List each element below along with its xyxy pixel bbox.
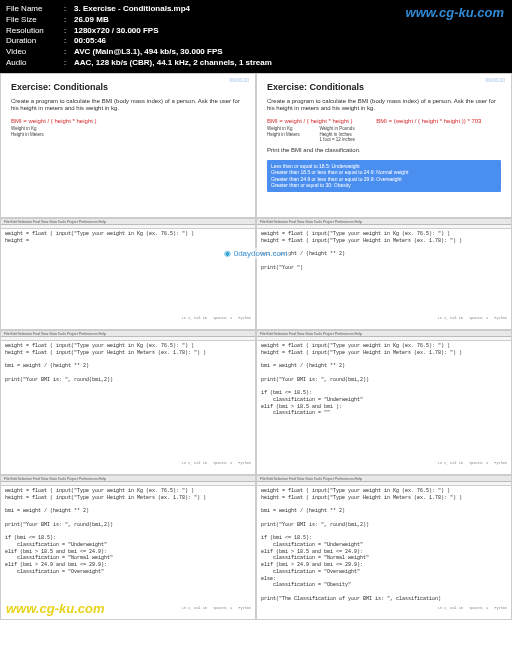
label-filename: File Name <box>6 4 64 15</box>
code-editor[interactable]: weight = float ( input("Type your weight… <box>257 486 511 611</box>
status-bar: Ln 2, Col 10 Spaces: 4 Python <box>438 606 507 611</box>
code-editor[interactable]: weight = float ( input("Type your weight… <box>1 229 255 321</box>
status-bar: Ln 2, Col 10 Spaces: 4 Python <box>182 316 251 321</box>
label-video: Video <box>6 47 64 58</box>
thumbnail-grid: 06/06/20 Exercise: Conditionals Create a… <box>0 73 512 620</box>
slide-body-2: Print the BMI and the classification. <box>267 147 501 155</box>
label-resolution: Resolution <box>6 26 64 37</box>
value-audio: AAC, 128 kb/s (CBR), 44.1 kHz, 2 channel… <box>74 58 506 69</box>
status-bar: Ln 2, Col 10 Spaces: 4 Python <box>438 316 507 321</box>
code-editor[interactable]: weight = float ( input("Type your weight… <box>1 341 255 466</box>
slide-title: Exercise: Conditionals <box>267 82 501 92</box>
label-audio: Audio <box>6 58 64 69</box>
thumb-code-3: File Edit Selection Find View Goto Tools… <box>0 330 256 475</box>
thumb-code-1: File Edit Selection Find View Goto Tools… <box>0 218 256 330</box>
slide-body: Create a program to calculate the BMI (b… <box>11 98 245 113</box>
bmi-formula: BMI = weight / ( height * height ) <box>11 118 97 124</box>
value-video: AVC (Main@L3.1), 494 kb/s, 30.000 FPS <box>74 47 506 58</box>
thumb-code-6: File Edit Selection Find View Goto Tools… <box>256 475 512 620</box>
thumb-code-4: File Edit Selection Find View Goto Tools… <box>256 330 512 475</box>
classification-box: Less than or equal to 18.5: Underweight … <box>267 160 501 192</box>
bmi-formula-metric: BMI = weight / ( height * height ) <box>267 118 353 124</box>
watermark-center: 0daydown.com <box>222 248 289 259</box>
media-info-header: File Name:3. Exercise - Conditionals.mp4… <box>0 0 512 73</box>
units-metric: Weight in Kg Height in Meters <box>267 126 300 138</box>
units: Weight in Kg Height in Meters <box>11 126 44 138</box>
slide-title: Exercise: Conditionals <box>11 82 245 92</box>
slide-date: 06/06/20 <box>486 77 505 83</box>
thumb-code-5: File Edit Selection Find View Goto Tools… <box>0 475 256 620</box>
status-bar: Ln 2, Col 10 Spaces: 4 Python <box>182 606 251 611</box>
code-editor[interactable]: weight = float ( input("Type your weight… <box>1 486 255 611</box>
thumb-slide-right: 06/06/20 Exercise: Conditionals Create a… <box>256 73 512 218</box>
slide-date: 06/06/20 <box>230 77 249 83</box>
value-duration: 00:05:46 <box>74 36 506 47</box>
code-editor[interactable]: weight = float ( input("Type your weight… <box>257 341 511 466</box>
status-bar: Ln 2, Col 10 Spaces: 4 Python <box>182 461 251 466</box>
units-imperial: Weight in Pounds Height in Inches 1 foot… <box>319 126 355 144</box>
thumb-slide-left: 06/06/20 Exercise: Conditionals Create a… <box>0 73 256 218</box>
status-bar: Ln 2, Col 10 Spaces: 4 Python <box>438 461 507 466</box>
label-duration: Duration <box>6 36 64 47</box>
watermark-top: www.cg-ku.com <box>406 4 504 22</box>
bmi-formula-imperial: BMI = (weight / ( height * height )) * 7… <box>376 118 481 124</box>
slide-body: Create a program to calculate the BMI (b… <box>267 98 501 113</box>
label-filesize: File Size <box>6 15 64 26</box>
code-editor[interactable]: weight = float ( input("Type your weight… <box>257 229 511 321</box>
thumb-code-2: File Edit Selection Find View Goto Tools… <box>256 218 512 330</box>
watermark-bottom: www.cg-ku.com <box>6 601 104 616</box>
value-resolution: 1280x720 / 30.000 FPS <box>74 26 506 37</box>
